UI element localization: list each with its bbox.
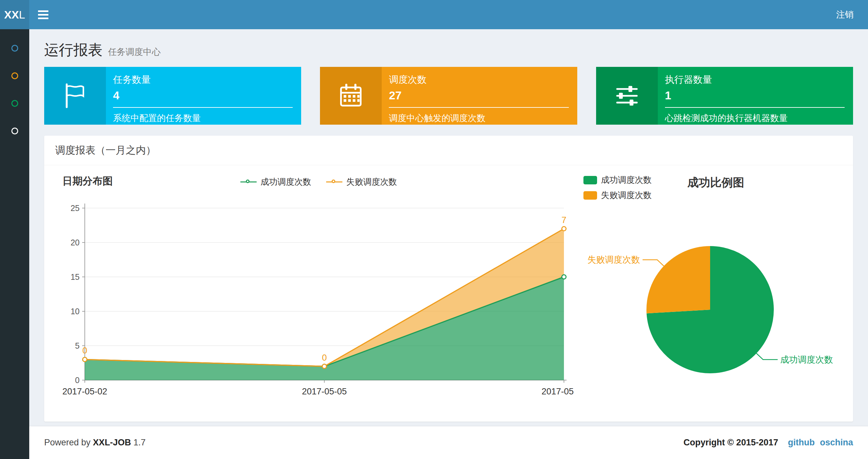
- logout-link[interactable]: 注销: [822, 0, 868, 29]
- line-chart-title: 日期分布图: [62, 174, 113, 188]
- line-chart-legend: 成功调度次数 失败调度次数: [54, 172, 583, 188]
- panel-title: 调度报表（一月之内）: [55, 144, 156, 156]
- navbar-spacer: [57, 0, 822, 29]
- legend-label: 成功调度次数: [601, 174, 652, 186]
- line-chart-header: 日期分布图 成功调度次数 失败调度次数: [54, 172, 583, 192]
- legend-item-success[interactable]: 成功调度次数: [240, 176, 311, 188]
- flag-icon: [44, 67, 106, 125]
- legend-label: 成功调度次数: [260, 176, 311, 188]
- success-ratio-chart: 成功调度次数 失败调度次数 成功比例图 成功调度次数失败调度次数: [583, 172, 843, 410]
- info-box-divider: [113, 107, 293, 108]
- svg-text:0: 0: [322, 353, 327, 363]
- svg-text:5: 5: [75, 341, 80, 350]
- pie-legend-item-fail[interactable]: 失败调度次数: [583, 190, 652, 201]
- legend-swatch-icon: [583, 176, 597, 185]
- sidebar-toggle-button[interactable]: [29, 0, 57, 29]
- copyright: Copyright © 2015-2017: [683, 437, 778, 448]
- powered-by: Powered by XXL-JOB 1.7: [44, 437, 146, 448]
- logo-link[interactable]: XXL: [0, 0, 29, 29]
- page-title: 运行报表: [44, 41, 103, 58]
- pie-chart-title: 成功比例图: [687, 175, 744, 190]
- line-chart-svg: 05101520252017-05-022017-05-052017-05-08…: [54, 192, 574, 400]
- calendar-icon: [320, 67, 382, 125]
- svg-text:20: 20: [70, 238, 80, 247]
- page-subtitle: 任务调度中心: [108, 47, 160, 57]
- legend-swatch-icon: [583, 191, 597, 200]
- date-distribution-chart: 日期分布图 成功调度次数 失败调度次数 05101520252017-05-02…: [54, 172, 583, 410]
- sidebar-item-2-circle-icon[interactable]: [11, 72, 18, 79]
- info-box-executors: 执行器数量 1 心跳检测成功的执行器机器数量: [596, 67, 853, 125]
- info-box-title: 任务数量: [113, 73, 293, 86]
- info-box-content: 任务数量 4 系统中配置的任务数量: [106, 67, 301, 125]
- info-box-value: 27: [389, 89, 568, 102]
- svg-text:7: 7: [561, 215, 566, 225]
- info-box-content: 调度次数 27 调度中心触发的调度次数: [382, 67, 577, 125]
- info-box-divider: [389, 107, 568, 108]
- link-oschina[interactable]: oschina: [820, 437, 853, 448]
- svg-text:0: 0: [82, 346, 87, 356]
- info-box-divider: [665, 107, 845, 108]
- svg-text:2017-05-02: 2017-05-02: [62, 387, 107, 396]
- content-wrapper: 运行报表 任务调度中心 任务数量 4 系统中配置的任务数量: [29, 29, 868, 426]
- sidebar-item-3-circle-icon[interactable]: [11, 100, 18, 107]
- logo-text-bold: XX: [4, 8, 19, 21]
- info-box-value: 4: [113, 89, 293, 102]
- legend-label: 失败调度次数: [601, 190, 652, 201]
- sliders-icon: [596, 67, 658, 125]
- info-box-description: 系统中配置的任务数量: [113, 112, 293, 124]
- info-box-content: 执行器数量 1 心跳检测成功的执行器机器数量: [658, 67, 853, 125]
- info-box-description: 心跳检测成功的执行器机器数量: [665, 112, 845, 124]
- sidebar-item-4-circle-icon[interactable]: [11, 128, 18, 134]
- panel-header: 调度报表（一月之内）: [44, 136, 853, 165]
- logo-text-light: L: [19, 8, 25, 21]
- info-box-row: 任务数量 4 系统中配置的任务数量: [38, 67, 859, 125]
- footer-right: Copyright © 2015-2017 github oschina: [683, 437, 853, 448]
- info-box-title: 执行器数量: [665, 73, 845, 86]
- line-marker-icon: [240, 182, 257, 183]
- svg-text:25: 25: [70, 203, 80, 212]
- pie-chart-legend: 成功调度次数 失败调度次数: [583, 174, 652, 201]
- svg-text:0: 0: [75, 375, 80, 385]
- info-box-title: 调度次数: [389, 73, 568, 86]
- svg-text:2017-05-08: 2017-05-08: [541, 387, 574, 396]
- footer: Powered by XXL-JOB 1.7 Copyright © 2015-…: [29, 426, 868, 459]
- brand-name: XXL-JOB: [93, 437, 131, 447]
- svg-text:成功调度次数: 成功调度次数: [780, 355, 833, 364]
- svg-text:失败调度次数: 失败调度次数: [587, 255, 640, 265]
- version: 1.7: [133, 437, 146, 447]
- svg-text:2017-05-05: 2017-05-05: [302, 387, 347, 396]
- legend-label: 失败调度次数: [346, 176, 397, 188]
- info-box-jobs: 任务数量 4 系统中配置的任务数量: [44, 67, 301, 125]
- pie-legend-item-success[interactable]: 成功调度次数: [583, 174, 652, 186]
- legend-item-fail[interactable]: 失败调度次数: [326, 176, 397, 188]
- info-box-description: 调度中心触发的调度次数: [389, 112, 568, 124]
- link-github[interactable]: github: [788, 437, 815, 448]
- info-box-value: 1: [665, 89, 845, 102]
- sidebar-item-1-circle-icon[interactable]: [11, 45, 18, 52]
- pie-chart-header: 成功调度次数 失败调度次数 成功比例图: [583, 172, 843, 201]
- panel-body: 日期分布图 成功调度次数 失败调度次数 05101520252017-05-02…: [44, 165, 853, 422]
- sidebar: [0, 29, 29, 459]
- page-header: 运行报表 任务调度中心: [38, 38, 859, 67]
- svg-text:10: 10: [70, 307, 80, 316]
- navbar: XXL 注销: [0, 0, 868, 29]
- pie-chart-svg: 成功调度次数失败调度次数: [583, 201, 837, 409]
- hamburger-icon: [38, 10, 49, 12]
- panel-scheduling-report: 调度报表（一月之内） 日期分布图 成功调度次数 失败调度次数: [44, 136, 853, 422]
- svg-text:15: 15: [70, 272, 80, 282]
- line-marker-icon: [326, 182, 342, 183]
- info-box-triggers: 调度次数 27 调度中心触发的调度次数: [320, 67, 577, 125]
